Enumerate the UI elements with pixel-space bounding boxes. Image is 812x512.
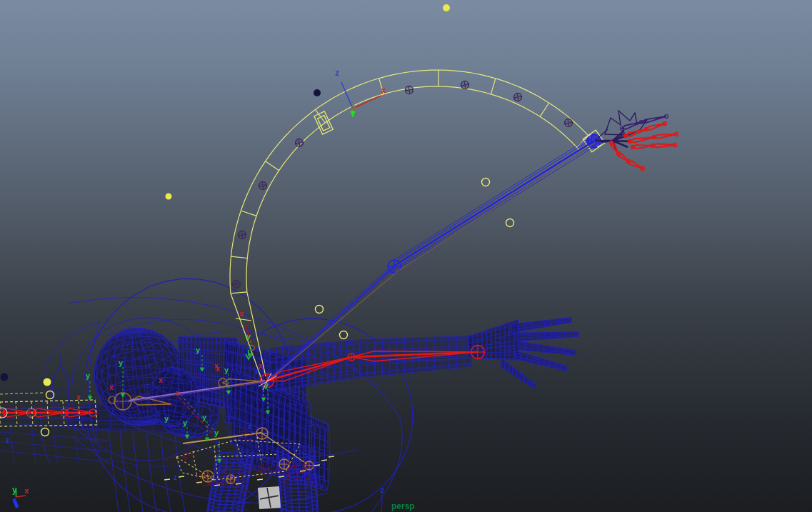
- svg-text:x: x: [259, 362, 263, 370]
- svg-text:x: x: [239, 309, 244, 318]
- svg-text:y: y: [12, 485, 17, 495]
- svg-text:y: y: [164, 414, 169, 423]
- svg-text:y: y: [119, 358, 124, 367]
- svg-text:z: z: [255, 368, 259, 376]
- svg-text:y: y: [202, 413, 207, 421]
- svg-text:y: y: [183, 418, 188, 427]
- svg-text:y: y: [264, 381, 269, 389]
- svg-text:persp: persp: [391, 501, 415, 511]
- svg-text:z: z: [248, 423, 251, 431]
- svg-text:x: x: [381, 86, 386, 94]
- svg-text:x: x: [76, 393, 81, 401]
- svg-text:z: z: [335, 68, 339, 78]
- svg-text:y: y: [246, 332, 251, 341]
- svg-text:x: x: [159, 376, 163, 384]
- svg-text:y: y: [214, 428, 219, 437]
- svg-text:z: z: [174, 473, 177, 481]
- svg-text:x: x: [24, 486, 29, 495]
- svg-text:z: z: [6, 436, 9, 444]
- svg-text:z: z: [381, 486, 384, 494]
- svg-text:x: x: [109, 383, 114, 391]
- svg-text:x: x: [214, 362, 219, 370]
- svg-text:y: y: [196, 346, 201, 354]
- svg-text:y: y: [86, 371, 91, 380]
- svg-text:x: x: [176, 389, 180, 397]
- svg-text:y: y: [224, 366, 229, 374]
